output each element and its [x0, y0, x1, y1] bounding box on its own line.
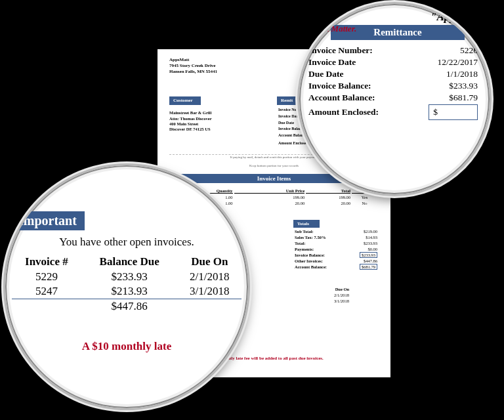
open-due-small: Due On 2/1/2018 3/1/2018 — [333, 285, 379, 304]
late-fee-crop: A $10 monthly late — [12, 340, 242, 353]
label: Invoice Balance: — [306, 81, 406, 91]
value: 1/1/2018 — [408, 69, 483, 79]
label: Due Date — [306, 69, 406, 79]
customer-block: Customer Mainstreet Bar & Grill Attn: Th… — [169, 96, 212, 133]
important-header: Important — [10, 211, 85, 230]
value: $233.93 — [408, 81, 483, 91]
amount-enclosed-input[interactable]: $ — [429, 104, 478, 120]
totals-block: Totals Sub Total:$219.00 Sales Tax: 7.50… — [293, 220, 379, 270]
table-row: 5229$233.932/1/2018 — [12, 270, 242, 284]
open-invoices-caption: You have other open invoices. — [12, 236, 242, 249]
totals-header: Totals — [293, 220, 320, 228]
customer-header: Customer — [169, 96, 201, 105]
sum-row: $447.86 — [12, 299, 242, 314]
table-row: 5247$213.933/1/2018 — [12, 284, 242, 299]
slogan-crop2: hat Matter. — [318, 24, 356, 34]
cust-line: 400 Main Street — [169, 121, 212, 127]
col-due: Due On — [178, 255, 242, 270]
label: Invoice Number: — [306, 45, 406, 56]
col-unit: Unit Price — [234, 188, 305, 194]
label: Account Balance: — [306, 93, 406, 103]
cust-line: Discover DE 74125 US — [169, 127, 212, 132]
open-invoices-table: Invoice # Balance Due Due On 5229$233.93… — [12, 255, 242, 314]
col-total: Total — [306, 188, 350, 194]
value: 12/22/2017 — [408, 57, 483, 68]
label: Invoice Date — [306, 57, 406, 68]
col-balance: Balance Due — [81, 255, 178, 270]
magnifier-remittance: "Apps that hat Matter. Remittance Invoic… — [299, 4, 490, 194]
slogan-crop: "Apps that — [430, 10, 480, 24]
magnifier-important: Important You have other open invoices. … — [5, 165, 248, 408]
cust-line: Attn: Thomas Discover — [169, 116, 212, 121]
cust-line: Mainstreet Bar & Grill — [169, 110, 212, 116]
label: Amount Enclosed: — [306, 104, 406, 120]
remittance-table: Invoice Number:5226 Invoice Date12/22/20… — [304, 44, 484, 121]
col-invoice: Invoice # — [12, 255, 81, 270]
value: 5226 — [408, 45, 483, 56]
value: $681.79 — [408, 93, 483, 103]
